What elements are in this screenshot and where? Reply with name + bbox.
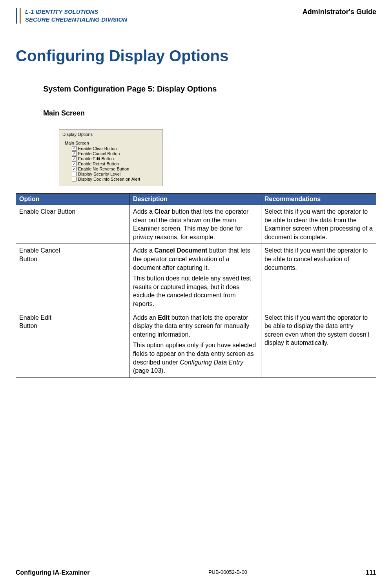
logo-line1: L-1 IDENTITY SOLUTIONS [25, 8, 127, 16]
checkbox-row: ✓Enable Clear Button [72, 146, 159, 151]
page-footer: Configuring iA-Examiner PUB-00052-B-00 1… [16, 569, 376, 576]
checkbox-label: Display Doc Info Screen on Alert [78, 177, 140, 181]
checkbox-icon [72, 172, 77, 176]
checkbox-row: ✓Enable Retest Button [72, 161, 159, 166]
checkbox-icon [72, 177, 77, 181]
description-cell: Adds a Clear button that lets the operat… [130, 205, 261, 244]
logo-bar [16, 8, 17, 24]
recommendation-cell: Select this if you want the operator to … [261, 311, 376, 377]
page-title: Configuring Display Options [16, 47, 376, 65]
checkbox-label: Enable Retest Button [78, 161, 119, 166]
logo-bar [20, 8, 21, 24]
checkbox-icon: ✓ [72, 151, 77, 156]
checkbox-icon: ✓ [72, 146, 77, 151]
option-cell: Enable Clear Button [16, 205, 130, 244]
page-header: L-1 IDENTITY SOLUTIONS SECURE CREDENTIAL… [16, 8, 376, 24]
checkbox-row: ✓Enable Edit Button [72, 156, 159, 161]
option-cell: Enable EditButton [16, 311, 130, 377]
description-cell: Adds a Cancel Document button that lets … [130, 244, 261, 311]
checkbox-label: Enable Cancel Button [78, 151, 120, 156]
section-subtitle: System Configuration Page 5: Display Opt… [43, 84, 376, 93]
logo-line2: SECURE CREDENTIALING DIVISION [25, 16, 127, 24]
checkbox-icon: ✓ [72, 161, 77, 166]
screenshot-panel-title: Display Options [62, 132, 159, 137]
options-table: Option Description Recommendations Enabl… [16, 193, 376, 378]
checkbox-label: Enable Edit Button [78, 156, 114, 161]
guide-title: Administrator's Guide [303, 8, 376, 16]
screen-title: Main Screen [43, 109, 376, 117]
table-row: Enable Clear ButtonAdds a Clear button t… [16, 205, 376, 244]
checkbox-icon: ✓ [72, 167, 77, 171]
screenshot-group-label: Main Screen [65, 141, 159, 145]
option-cell: Enable CancelButton [16, 244, 130, 311]
checkbox-label: Enable Clear Button [78, 146, 117, 151]
checkbox-label: Display Security Level [78, 172, 120, 176]
checkbox-row: Display Doc Info Screen on Alert [72, 177, 159, 181]
checkbox-icon: ✓ [72, 156, 77, 161]
checkbox-label: Enable No Reverse Button [78, 167, 129, 171]
display-options-screenshot: Display Options Main Screen ✓Enable Clea… [59, 129, 163, 186]
company-logo: L-1 IDENTITY SOLUTIONS SECURE CREDENTIAL… [16, 8, 127, 24]
table-row: Enable CancelButtonAdds a Cancel Documen… [16, 244, 376, 311]
recommendation-cell: Select this if you want the operator to … [261, 205, 376, 244]
checkbox-row: ✓Enable Cancel Button [72, 151, 159, 156]
description-cell: Adds an Edit button that lets the operat… [130, 311, 261, 377]
footer-left: Configuring iA-Examiner [16, 569, 89, 576]
col-option: Option [16, 194, 130, 205]
col-recommendations: Recommendations [261, 194, 376, 205]
footer-mid: PUB-00052-B-00 [208, 569, 247, 576]
checkbox-row: ✓Enable No Reverse Button [72, 167, 159, 171]
footer-page-number: 111 [366, 569, 376, 576]
recommendation-cell: Select this if you want the operator to … [261, 244, 376, 311]
col-description: Description [130, 194, 261, 205]
table-row: Enable EditButtonAdds an Edit button tha… [16, 311, 376, 377]
checkbox-row: Display Security Level [72, 172, 159, 176]
